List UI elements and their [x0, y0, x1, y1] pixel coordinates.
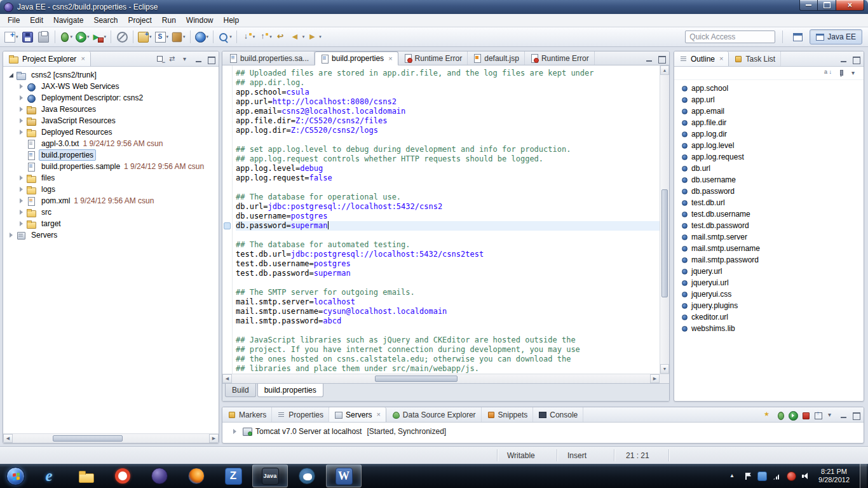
explorer-horizontal-scrollbar[interactable]	[3, 433, 219, 443]
open-perspective-button[interactable]	[790, 30, 805, 44]
scrollbar-thumb[interactable]	[53, 435, 123, 442]
stop-server-icon[interactable]	[801, 411, 810, 419]
menu-project[interactable]: Project	[123, 15, 156, 26]
tab-console[interactable]: Console	[533, 407, 583, 422]
scroll-down-arrow-icon[interactable]	[660, 364, 669, 374]
tree-collapsed-arrow-icon[interactable]	[16, 130, 26, 135]
code-line[interactable]: app.url=http://localhost:8080/csns2	[236, 97, 660, 107]
tab-task-list[interactable]: Task List	[729, 51, 781, 66]
outline-item-app-log-dir[interactable]: app.log.dir	[682, 128, 864, 140]
view-menu-icon[interactable]	[827, 411, 835, 419]
outline-item-ckeditor-url[interactable]: ckeditor.url	[682, 311, 864, 323]
start-button[interactable]	[0, 464, 31, 488]
editor-horizontal-scrollbar[interactable]	[222, 374, 660, 383]
outline-item-mail-smtp-username[interactable]: mail.smtp.username	[682, 243, 864, 254]
page-tab-build[interactable]: Build	[225, 384, 256, 397]
minimize-view-icon[interactable]	[839, 55, 848, 64]
outline-item-webshims-lib[interactable]: webshims.lib	[682, 323, 864, 334]
window-close-button[interactable]	[836, 0, 864, 11]
outline-item-app-log-level[interactable]: app.log.level	[682, 140, 864, 151]
code-area[interactable]: ## Uploaded files are stored in app.dir.…	[233, 65, 660, 374]
menu-file[interactable]: File	[3, 15, 25, 26]
new-ejb-button[interactable]: ▾	[170, 29, 187, 44]
code-line[interactable]: test.db.username=postgres	[236, 259, 660, 269]
new-wizard-button[interactable]: ▾	[3, 29, 20, 44]
outline-item-jqueryui-url[interactable]: jqueryui.url	[682, 277, 864, 288]
outline-item-mail-smtp-password[interactable]: mail.smtp.password	[682, 254, 864, 266]
tree-item-src[interactable]: src	[3, 207, 219, 218]
tree-expanded-arrow-icon[interactable]	[6, 73, 16, 78]
menu-window[interactable]: Window	[181, 15, 219, 26]
outline-item-app-log-request[interactable]: app.log.request	[682, 151, 864, 163]
volume-icon[interactable]	[801, 471, 811, 481]
code-line[interactable]: ## libraries and place them under src/ma…	[236, 364, 660, 374]
window-titlebar[interactable]: Java EE - csns2/build.properties - Eclip…	[0, 0, 868, 14]
tree-collapsed-arrow-icon[interactable]	[16, 210, 26, 215]
scrollbar-thumb[interactable]	[661, 189, 668, 297]
next-annotation-button[interactable]: ▾	[240, 29, 257, 44]
code-line[interactable]	[236, 231, 660, 240]
editor-tab-build-properties[interactable]: build.properties×	[315, 51, 398, 65]
start-server-icon[interactable]	[789, 411, 797, 419]
tree-item-java-resources[interactable]: Java Resources	[3, 104, 219, 115]
editor-tab-default-jsp[interactable]: default.jsp	[468, 51, 525, 65]
taskbar-clock[interactable]: 8:21 PM 9/28/2012	[816, 468, 855, 484]
code-line[interactable]: mail.smtp.password=abcd	[236, 316, 660, 326]
code-line[interactable]: ## The SMTP server for outgoing emails.	[236, 288, 660, 297]
tree-item-jax-ws-web-services[interactable]: JAX-WS Web Services	[3, 81, 219, 92]
editor-tab-runtime-error[interactable]: Runtime Error	[398, 51, 468, 65]
debug-server-icon[interactable]	[776, 411, 784, 419]
scrollbar-thumb[interactable]	[375, 376, 458, 382]
menu-edit[interactable]: Edit	[25, 15, 48, 26]
window-minimize-button[interactable]	[799, 0, 818, 11]
tree-item-build-properties-sample[interactable]: build.properties.sample 1 9/24/12 9:56 A…	[3, 161, 219, 172]
outline-item-db-url[interactable]: db.url	[682, 163, 864, 174]
tree-collapsed-arrow-icon[interactable]	[16, 221, 26, 226]
code-line[interactable]: ## the ones hosted on csns.calstatela.ed…	[236, 355, 660, 364]
tray-expand-arrow-icon[interactable]	[728, 471, 738, 481]
outline-item-jquery-url[interactable]: jquery.url	[682, 266, 864, 277]
code-line[interactable]: db.username=postgres	[236, 212, 660, 221]
code-line[interactable]	[236, 183, 660, 193]
postgresql-taskbar-button[interactable]	[289, 464, 325, 487]
close-tab-icon[interactable]: ×	[376, 411, 380, 418]
code-line[interactable]: app.log.level=debug	[236, 164, 660, 173]
tree-collapsed-arrow-icon[interactable]	[16, 118, 26, 123]
tab-servers[interactable]: Servers×	[329, 407, 386, 422]
scroll-left-arrow-icon[interactable]	[3, 434, 13, 443]
maximize-editor-icon[interactable]	[658, 55, 666, 63]
tree-item-deployed-resources[interactable]: Deployed Resources	[3, 126, 219, 138]
menu-search[interactable]: Search	[88, 15, 123, 26]
z-app-taskbar-button[interactable]: Z	[215, 464, 251, 487]
outline-item-db-password[interactable]: db.password	[682, 186, 864, 197]
outline-item-test-db-url[interactable]: test.db.url	[682, 197, 864, 208]
code-line[interactable]: ## Uploaded files are stored in app.dir.…	[236, 69, 660, 78]
tree-collapsed-arrow-icon[interactable]	[6, 233, 16, 238]
code-line[interactable]: ## JavaScript libraries such as jQuery a…	[236, 336, 660, 345]
tree-item-deployment-descriptor-csns2[interactable]: Deployment Descriptor: csns2	[3, 92, 219, 104]
java-ee-perspective-button[interactable]: Java EE	[810, 29, 862, 44]
code-line[interactable]: ## project. If you have internet connect…	[236, 345, 660, 355]
minimize-editor-icon[interactable]	[645, 55, 653, 63]
new-java-ee-project-button[interactable]: ▾	[137, 29, 153, 44]
link-with-editor-icon[interactable]	[169, 55, 177, 64]
outline-item-jquery-plugins[interactable]: jquery.plugins	[682, 300, 864, 311]
outline-item-test-db-username[interactable]: test.db.username	[682, 208, 864, 220]
tree-collapsed-arrow-icon[interactable]	[16, 187, 26, 192]
windows-explorer-taskbar-button[interactable]	[68, 464, 104, 487]
editor-gutter[interactable]	[222, 65, 233, 374]
minimize-view-icon[interactable]	[839, 411, 848, 419]
outline-item-jqueryui-css[interactable]: jqueryui.css	[682, 288, 864, 300]
open-web-browser-button[interactable]: ▾	[194, 29, 210, 44]
code-line[interactable]: test.db.password=superman	[236, 269, 660, 278]
internet-explorer-taskbar-button[interactable]: e	[31, 464, 67, 487]
network-signal-icon[interactable]	[772, 471, 782, 481]
tree-collapsed-arrow-icon[interactable]	[16, 95, 26, 100]
code-line[interactable]: ## app.dir.log.	[236, 78, 660, 88]
outline-item-app-file-dir[interactable]: app.file.dir	[682, 117, 864, 128]
tree-item-csns2-csns2-trunk[interactable]: csns2 [csns2/trunk]	[3, 69, 219, 81]
action-center-flag-icon[interactable]	[743, 471, 752, 481]
outline-item-app-url[interactable]: app.url	[682, 94, 864, 105]
back-button[interactable]: ▾	[290, 29, 306, 44]
eclipse-taskbar-button[interactable]	[142, 464, 177, 487]
